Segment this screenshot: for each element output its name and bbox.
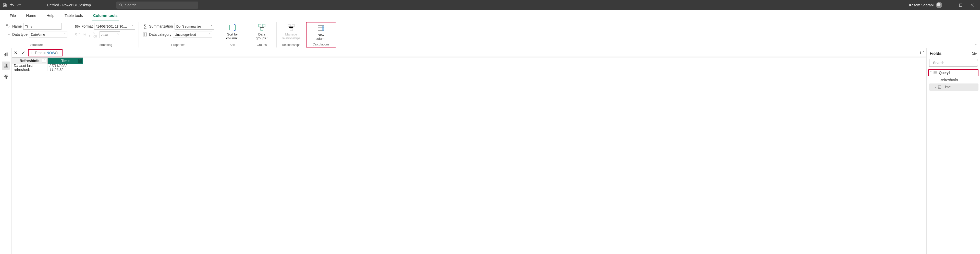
- group-formatting: $% Format *14/03/2001 13:30:...˅ $ ˅ % ,…: [71, 22, 139, 48]
- group-structure: Name Time 123 Data type Date/time˅ Struc…: [2, 22, 71, 48]
- undo-icon[interactable]: [10, 3, 14, 7]
- group-relationships: Managerelationships Relationships: [277, 22, 306, 48]
- fields-title: Fields: [930, 51, 942, 56]
- data-view-icon[interactable]: [2, 62, 10, 70]
- new-column-button[interactable]: Newcolumn: [310, 24, 332, 42]
- svg-rect-5: [229, 25, 235, 30]
- commit-formula-icon[interactable]: ✓: [19, 49, 27, 57]
- formula-resize-icon[interactable]: ▲▼: [920, 51, 922, 54]
- svg-rect-17: [4, 64, 8, 67]
- datatype-icon: 123: [6, 32, 11, 37]
- summarization-label: Summarization: [149, 24, 173, 28]
- minimize-button[interactable]: [944, 0, 954, 10]
- svg-rect-4: [143, 33, 147, 36]
- svg-text:123: 123: [6, 33, 10, 36]
- group-structure-label: Structure: [30, 43, 43, 48]
- svg-rect-16: [6, 53, 7, 56]
- redo-icon[interactable]: [17, 3, 21, 7]
- group-sort-label: Sort: [230, 43, 235, 48]
- svg-rect-8: [261, 28, 263, 30]
- svg-rect-22: [934, 72, 937, 74]
- titlebar: Untitled - Power BI Desktop Kesem Sharab…: [0, 0, 980, 10]
- svg-rect-6: [259, 24, 261, 27]
- summarization-select[interactable]: Don't summarize˅: [175, 23, 214, 30]
- chevron-down-icon[interactable]: ˅: [930, 71, 932, 75]
- svg-point-2: [7, 25, 7, 26]
- cell-refreshinfo: Dataset last refreshed:: [12, 64, 48, 71]
- format-icon: $%: [75, 24, 80, 29]
- group-groups: Datagroups Groups: [247, 22, 277, 48]
- global-search[interactable]: [116, 2, 198, 9]
- formula-line-number: 1: [30, 51, 32, 55]
- table-row[interactable]: Dataset last refreshed: 27/11/2022 11:26…: [12, 64, 926, 71]
- calculated-column-icon: fx: [937, 85, 942, 89]
- sigma-icon: ∑: [142, 24, 148, 29]
- currency-icon: $ ˅: [75, 32, 80, 37]
- tree-field-time[interactable]: › fx Time: [929, 83, 978, 91]
- svg-point-0: [120, 4, 122, 6]
- report-view-icon[interactable]: [2, 50, 10, 59]
- decimal-places-select[interactable]: Auto˄˅: [100, 31, 120, 38]
- tab-column-tools[interactable]: Column tools: [89, 11, 122, 20]
- category-select[interactable]: Uncategorized˅: [173, 31, 212, 38]
- save-icon[interactable]: [3, 3, 7, 7]
- ribbon-tabs: File Home Help Table tools Column tools: [0, 10, 980, 21]
- formula-input[interactable]: 1 Time = NOW(): [28, 49, 62, 56]
- svg-rect-19: [6, 75, 8, 77]
- svg-rect-14: [4, 54, 5, 56]
- chevron-down-icon[interactable]: ˅: [78, 59, 82, 63]
- data-grid: RefreshInfo˅ Time˅ Dataset last refreshe…: [12, 58, 926, 71]
- ribbon-body: Name Time 123 Data type Date/time˅ Struc…: [0, 21, 980, 48]
- avatar[interactable]: [936, 2, 942, 8]
- group-calculations-label: Calculations: [313, 42, 329, 47]
- global-search-input[interactable]: [125, 3, 196, 7]
- tree-table-query1[interactable]: ˅ Query1: [928, 69, 978, 76]
- fields-search-input[interactable]: [933, 61, 978, 65]
- percent-icon: %: [83, 32, 86, 37]
- formula-bar: ✕ ✓ 1 Time = NOW() ▲▼ ˅: [12, 48, 926, 58]
- tree-field-refreshinfo[interactable]: RefreshInfo: [929, 76, 978, 83]
- maximize-button[interactable]: [956, 0, 966, 10]
- expand-pane-icon[interactable]: ≫: [972, 51, 977, 56]
- category-label: Data category: [149, 32, 171, 37]
- column-header-time[interactable]: Time˅: [48, 58, 83, 64]
- tab-help[interactable]: Help: [42, 11, 59, 20]
- chevron-right-icon[interactable]: ›: [935, 86, 936, 89]
- svg-rect-13: [322, 26, 324, 30]
- svg-text:fx: fx: [938, 86, 940, 88]
- datatype-select[interactable]: Date/time˅: [29, 31, 67, 38]
- name-label: Name: [12, 24, 22, 28]
- formula-dropdown-icon[interactable]: ˅: [923, 51, 924, 54]
- svg-rect-20: [5, 77, 6, 79]
- svg-rect-1: [959, 4, 962, 6]
- sort-by-column-button[interactable]: Sort bycolumn: [221, 23, 243, 41]
- user-name: Kesem Sharabi: [909, 3, 934, 7]
- svg-rect-18: [4, 75, 5, 77]
- tab-file[interactable]: File: [5, 11, 21, 20]
- model-view-icon[interactable]: [2, 73, 10, 81]
- window-title: Untitled - Power BI Desktop: [47, 3, 91, 7]
- group-calculations: Newcolumn Calculations: [306, 22, 336, 48]
- format-select[interactable]: *14/03/2001 13:30:...˅: [94, 23, 135, 30]
- column-header-refreshinfo[interactable]: RefreshInfo˅: [12, 58, 48, 64]
- tab-table-tools[interactable]: Table tools: [60, 11, 88, 20]
- datatype-label: Data type: [12, 32, 27, 37]
- canvas: ✕ ✓ 1 Time = NOW() ▲▼ ˅ RefreshInfo˅ Tim…: [12, 48, 926, 254]
- table-icon: [933, 71, 937, 75]
- close-button[interactable]: [967, 0, 977, 10]
- chevron-down-icon[interactable]: ˅: [42, 59, 46, 63]
- cell-time: 27/11/2022 11:26:32: [48, 64, 83, 71]
- svg-rect-11: [290, 29, 293, 30]
- manage-relationships-button: Managerelationships: [280, 23, 302, 41]
- tab-home[interactable]: Home: [21, 11, 41, 20]
- tag-icon: [6, 24, 11, 29]
- group-formatting-label: Formatting: [97, 43, 112, 48]
- fields-search[interactable]: [929, 59, 977, 67]
- thousands-icon: ,: [89, 32, 90, 37]
- cancel-formula-icon[interactable]: ✕: [12, 49, 19, 57]
- data-groups-button[interactable]: Datagroups: [251, 23, 273, 41]
- group-relationships-label: Relationships: [282, 43, 301, 48]
- collapse-ribbon-icon[interactable]: ︿: [974, 42, 977, 46]
- group-groups-label: Groups: [257, 43, 267, 48]
- name-input[interactable]: Time: [23, 23, 62, 30]
